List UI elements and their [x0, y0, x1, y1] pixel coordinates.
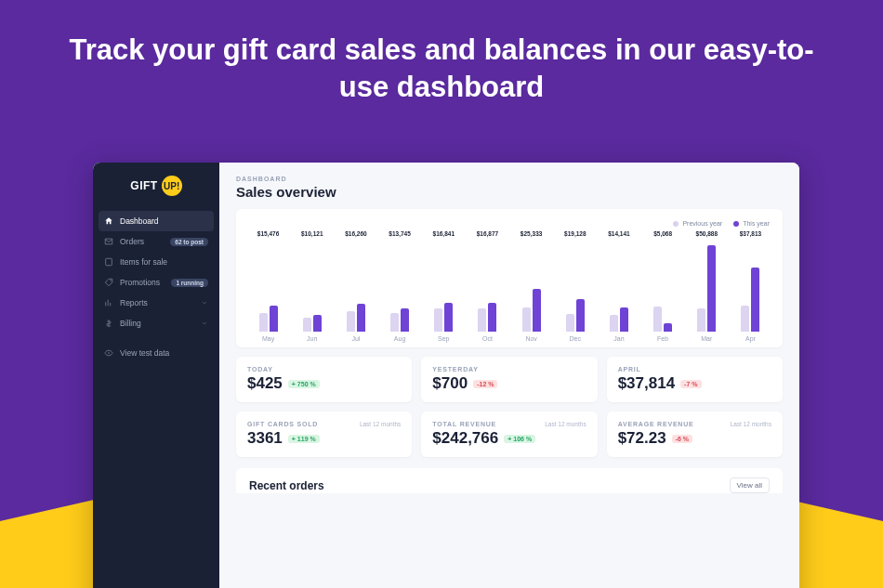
bar-value-label: $50,888	[696, 230, 718, 237]
legend-this-year: This year	[733, 220, 770, 227]
stat-label: AVERAGE REVENUE	[618, 421, 694, 427]
bar-this-year	[444, 303, 453, 332]
bar-this-year	[620, 307, 628, 332]
promotions-badge: 1 running	[171, 279, 208, 287]
marketing-headline: Track your gift card sales and balances …	[0, 0, 883, 107]
mail-icon	[104, 237, 113, 246]
bar-this-year	[576, 299, 585, 332]
stat-card: APRIL$37,814-7 %	[607, 357, 783, 402]
bar-group: $50,888Mar	[688, 230, 726, 342]
dot-icon	[673, 221, 679, 227]
chart-legend: Previous year This year	[249, 220, 770, 227]
sidebar-item-label: Billing	[120, 319, 141, 328]
bar-group: $25,333Nov	[512, 230, 550, 342]
bar-previous-year	[259, 313, 268, 332]
bar-previous-year	[303, 318, 311, 332]
stat-label: TODAY	[247, 366, 273, 372]
stat-label: GIFT CARDS SOLD	[247, 421, 318, 427]
chevron-down-icon	[201, 320, 208, 327]
stat-card: TOTAL REVENUELast 12 months$242,766+ 106…	[421, 412, 597, 457]
bar-value-label: $14,141	[608, 230, 630, 237]
bar-month-label: Nov	[525, 335, 536, 342]
orders-badge: 62 to post	[170, 238, 208, 246]
dollar-icon	[104, 319, 113, 328]
bar-month-label: Apr	[745, 335, 756, 342]
bar-previous-year	[522, 307, 531, 332]
breadcrumb: DASHBOARD	[236, 176, 783, 182]
bar-this-year	[751, 268, 759, 332]
bar-this-year	[270, 306, 278, 332]
bar-previous-year	[390, 313, 399, 332]
sidebar-item-reports[interactable]: Reports	[93, 293, 219, 313]
stat-note: Last 12 months	[360, 421, 401, 427]
sidebar-item-view-test-data[interactable]: View test data	[93, 343, 219, 363]
stat-card: GIFT CARDS SOLDLast 12 months3361+ 119 %	[236, 412, 412, 457]
bar-previous-year	[697, 308, 705, 332]
sidebar-item-label: Dashboard	[120, 216, 159, 226]
sidebar-item-label: Reports	[120, 298, 148, 307]
book-icon	[104, 257, 113, 267]
bar-this-year	[401, 308, 409, 332]
chevron-down-icon	[201, 299, 208, 307]
sidebar-item-orders[interactable]: Orders 62 to post	[93, 231, 219, 252]
stat-note: Last 12 months	[545, 421, 586, 427]
bar-value-label: $16,841	[433, 230, 455, 237]
view-all-button[interactable]: View all	[730, 477, 770, 493]
bar-this-year	[664, 323, 672, 332]
stat-card: AVERAGE REVENUELast 12 months$72.23-6 %	[607, 412, 783, 457]
stat-value: $72.23	[618, 429, 666, 448]
tag-icon	[104, 278, 113, 287]
dot-icon	[733, 221, 739, 227]
sidebar-item-dashboard[interactable]: Dashboard	[99, 211, 214, 231]
bar-month-label: Sep	[438, 335, 449, 342]
bar-value-label: $10,121	[301, 230, 323, 237]
stat-delta: + 119 %	[288, 435, 320, 443]
bar-month-label: Feb	[657, 335, 668, 342]
bar-group: $15,476May	[249, 230, 287, 342]
bar-month-label: Jul	[351, 335, 360, 342]
sidebar-item-items-for-sale[interactable]: Items for sale	[93, 252, 219, 272]
bar-group: $16,260Jul	[336, 230, 375, 342]
stat-card: YESTERDAY$700-12 %	[421, 357, 597, 402]
home-icon	[104, 216, 113, 226]
eye-icon	[104, 348, 113, 358]
logo-text-gift: GIFT	[130, 179, 157, 192]
sidebar-item-promotions[interactable]: Promotions 1 running	[93, 272, 219, 293]
bar-chart: $15,476May$10,121Jun$16,260Jul$13,745Aug…	[249, 230, 770, 342]
bar-value-label: $13,745	[389, 230, 411, 237]
sidebar-item-billing[interactable]: Billing	[93, 313, 219, 333]
stat-delta: + 106 %	[504, 435, 535, 443]
primary-nav: Dashboard Orders 62 to post Items for sa…	[93, 211, 219, 363]
bar-value-label: $15,476	[257, 230, 280, 237]
bar-group: $10,121Jun	[293, 230, 331, 342]
legend-previous-year: Previous year	[673, 220, 722, 227]
bar-previous-year	[478, 308, 486, 332]
bar-previous-year	[566, 314, 574, 332]
bar-group: $13,745Aug	[381, 230, 419, 342]
recent-orders-title: Recent orders	[249, 479, 324, 492]
bar-month-label: May	[262, 335, 274, 342]
stat-value: $425	[247, 374, 283, 393]
bar-value-label: $16,877	[477, 230, 499, 237]
stat-delta: -12 %	[473, 380, 497, 388]
bar-chart-icon	[104, 298, 113, 307]
bar-value-label: $25,333	[521, 230, 543, 237]
svg-point-2	[108, 352, 110, 354]
main-content: DASHBOARD Sales overview Previous year T…	[219, 163, 799, 588]
app-window: GIFT UP! Dashboard Orders 62 to post Ite…	[93, 163, 799, 588]
bar-this-year	[313, 315, 322, 332]
stat-value: 3361	[247, 429, 283, 448]
sales-chart-card: Previous year This year $15,476May$10,12…	[236, 209, 783, 347]
stat-note: Last 12 months	[731, 421, 771, 427]
bar-group: $37,813Apr	[731, 230, 770, 342]
sidebar-item-label: Orders	[120, 237, 144, 246]
svg-point-1	[110, 280, 111, 281]
page-title: Sales overview	[236, 184, 783, 200]
stat-delta: -7 %	[680, 380, 701, 388]
stat-value: $37,814	[618, 374, 675, 393]
bar-this-year	[357, 304, 365, 332]
bar-value-label: $5,068	[653, 230, 672, 237]
bar-this-year	[533, 289, 541, 332]
bar-group: $5,068Feb	[644, 230, 682, 342]
bar-month-label: Jun	[307, 335, 317, 342]
